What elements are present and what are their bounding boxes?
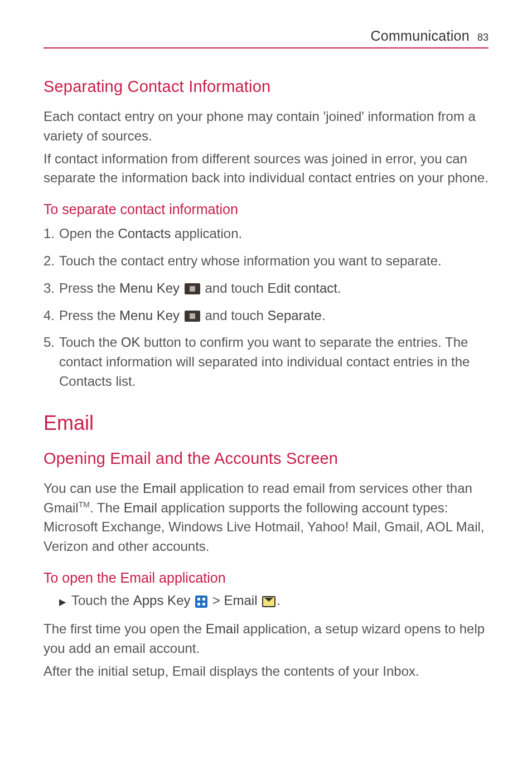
body-paragraph: After the initial setup, Email displays …: [43, 662, 489, 681]
step-text: Press the Menu Key and touch Edit contac…: [59, 279, 489, 298]
emphasis-email: Email: [124, 500, 157, 515]
text-run: Open the: [59, 226, 118, 241]
text-run: The first time you open the: [43, 621, 206, 636]
step-text: Touch the OK button to confirm you want …: [59, 333, 489, 391]
emphasis-email: Email: [143, 481, 176, 496]
text-run: application.: [171, 226, 242, 241]
step-item: 5. Touch the OK button to confirm you wa…: [43, 333, 489, 391]
menu-key-icon: [185, 311, 200, 322]
section-heading-separating: Separating Contact Information: [43, 78, 489, 96]
text-run: . The: [90, 500, 124, 515]
text-run: .: [322, 308, 326, 323]
step-number: 1.: [43, 224, 59, 244]
step-number: 3.: [43, 279, 59, 298]
subheading-separate-info: To separate contact information: [43, 201, 489, 217]
emphasis-menu-key: Menu Key: [119, 280, 180, 296]
body-paragraph: Each contact entry on your phone may con…: [43, 107, 489, 146]
emphasis-separate: Separate: [268, 308, 322, 323]
trademark-superscript: TM: [79, 500, 90, 509]
text-run: Press the: [59, 280, 119, 296]
step-text: Open the Contacts application.: [59, 224, 489, 244]
bullet-item: ▶ Touch the Apps Key > Email .: [59, 593, 489, 612]
text-run: .: [277, 593, 280, 608]
step-item: 2. Touch the contact entry whose informa…: [43, 251, 489, 271]
chapter-title: Communication: [370, 28, 470, 44]
emphasis-email: Email: [206, 621, 239, 636]
step-item: 1. Open the Contacts application.: [43, 224, 489, 244]
step-number: 5.: [43, 333, 59, 352]
text-run: and touch: [201, 280, 268, 296]
emphasis-menu-key: Menu Key: [119, 308, 180, 323]
apps-key-icon: [195, 595, 207, 608]
email-app-icon: [262, 596, 275, 607]
emphasis-ok: OK: [121, 335, 141, 350]
numbered-steps: 1. Open the Contacts application. 2. Tou…: [43, 224, 489, 391]
text-run: .: [337, 280, 341, 296]
emphasis-apps-key: Apps Key: [133, 593, 191, 608]
text-run: and touch: [201, 308, 268, 323]
text-run: >: [209, 593, 224, 608]
step-text: Press the Menu Key and touch Separate.: [59, 306, 489, 326]
text-run: Press the: [59, 308, 119, 323]
step-item: 3. Press the Menu Key and touch Edit con…: [43, 279, 489, 298]
step-text: Touch the contact entry whose informatio…: [59, 251, 489, 271]
body-paragraph: If contact information from different so…: [43, 149, 489, 188]
subheading-opening-email: Opening Email and the Accounts Screen: [43, 449, 489, 468]
menu-key-icon: [185, 283, 200, 294]
emphasis-contacts: Contacts: [118, 226, 171, 241]
body-paragraph: The first time you open the Email applic…: [43, 619, 489, 659]
subheading-open-email-app: To open the Email application: [43, 570, 489, 586]
step-number: 4.: [43, 306, 59, 326]
page-number: 83: [477, 32, 489, 43]
body-paragraph: You can use the Email application to rea…: [43, 479, 489, 556]
triangle-bullet-icon: ▶: [59, 593, 71, 612]
text-run: You can use the: [43, 481, 143, 496]
text-run: Touch the: [59, 335, 121, 350]
emphasis-email: Email: [224, 593, 258, 608]
bullet-text: Touch the Apps Key > Email .: [71, 593, 280, 608]
step-item: 4. Press the Menu Key and touch Separate…: [43, 306, 489, 326]
section-heading-email: Email: [43, 411, 489, 435]
step-number: 2.: [43, 251, 59, 271]
running-header: Communication 83: [43, 28, 489, 49]
emphasis-edit-contact: Edit contact: [268, 280, 337, 296]
text-run: Touch the: [71, 593, 133, 608]
